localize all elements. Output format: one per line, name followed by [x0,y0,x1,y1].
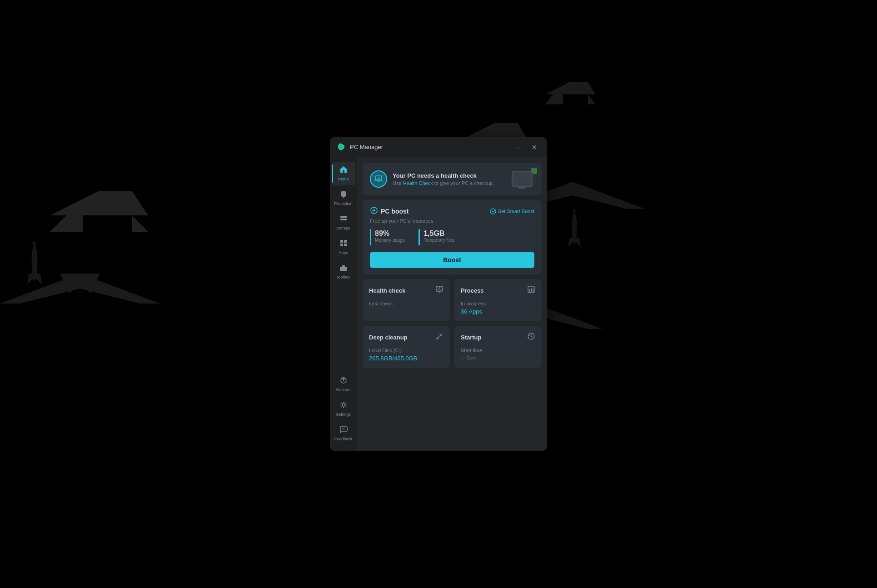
deep-cleanup-card-title: Deep cleanup [369,334,408,341]
deep-cleanup-card[interactable]: Deep cleanup Local Disk (C:) 265.8GB/465… [363,326,450,368]
deep-cleanup-value: 265.8GB/465.0GB [369,355,443,362]
svg-marker-4 [0,274,160,304]
temp-info: 1,5GB Temporary files [424,229,454,243]
svg-rect-34 [344,244,347,246]
startup-sub-label: Start time [461,348,535,353]
startup-card-icon [527,332,535,342]
title-bar: PC Manager — ✕ [330,137,547,157]
temp-stat: 1,5GB Temporary files [419,229,454,245]
memory-info: 89% Memory usage [375,229,405,243]
process-card-header: Process [461,285,535,295]
svg-point-38 [342,404,345,406]
svg-point-30 [345,219,346,220]
cards-grid: Health check Last check -- [363,279,542,368]
temp-value: 1,5GB [424,229,454,238]
svg-point-39 [342,429,343,429]
svg-point-29 [345,216,346,217]
memory-bar [370,229,371,245]
app-logo [336,143,345,152]
window-body: Home Protection [330,157,547,451]
startup-card[interactable]: Startup Start time -- Sec [454,326,542,368]
toolbox-icon [339,264,348,274]
sidebar-label-settings: Settings [336,413,351,417]
svg-marker-5 [60,274,80,294]
svg-marker-1 [95,191,103,207]
health-check-value: -- [369,308,443,315]
sidebar-item-home[interactable]: Home [332,162,355,185]
sidebar-item-feedback[interactable]: Feedback [332,422,355,445]
storage-icon [339,214,348,225]
boost-title: PC boost [381,208,409,215]
svg-rect-55 [531,288,532,292]
svg-point-23 [572,212,577,244]
health-check-sub-label: Last check [369,301,443,306]
sidebar-label-protection: Protection [334,202,353,206]
svg-point-40 [343,429,344,429]
sidebar-item-toolbox[interactable]: Toolbox [332,260,355,284]
health-check-link[interactable]: Health Check [403,180,433,186]
sidebar-item-storage[interactable]: Storage [332,211,355,234]
startup-card-header: Startup [461,332,535,342]
svg-marker-24 [572,209,577,212]
pc-boost-card: PC boost Set Smart Boost Free up your PC… [363,200,542,274]
svg-rect-49 [436,286,443,291]
process-sub-label: In progress [461,301,535,306]
svg-rect-32 [344,240,347,243]
sidebar-label-storage: Storage [336,226,351,231]
health-title: Your PC needs a health check [393,172,494,179]
svg-marker-8 [32,241,38,244]
sidebar-label-apps: Apps [339,251,348,255]
apps-icon [339,239,348,249]
deep-cleanup-sub-label: Local Disk (C:) [369,348,443,353]
temp-label: Temporary files [424,238,454,243]
svg-marker-13 [545,82,595,105]
svg-point-7 [32,244,38,281]
close-button[interactable]: ✕ [528,141,541,154]
sidebar-label-toolbox: Toolbox [336,275,350,280]
svg-rect-54 [529,289,530,292]
boost-header: PC boost Set Smart Boost [370,206,534,216]
health-description: Use Health Check to give your PC a check… [393,180,494,186]
sidebar-item-apps[interactable]: Apps [332,235,355,259]
svg-rect-56 [533,289,533,292]
deep-cleanup-card-header: Deep cleanup [369,332,443,342]
health-check-banner[interactable]: Your PC needs a health check Use Health … [363,163,542,195]
home-icon [339,165,348,176]
boost-button[interactable]: Boost [370,252,534,268]
svg-marker-2 [50,215,66,232]
startup-value: -- Sec [461,355,535,362]
svg-marker-14 [545,95,553,105]
sidebar-label-home: Home [338,177,349,182]
health-check-card[interactable]: Health check Last check -- [363,279,450,321]
minimize-button[interactable]: — [512,141,524,154]
health-text: Your PC needs a health check Use Health … [393,172,494,186]
sidebar: Home Protection [330,157,357,451]
temp-bar [419,229,420,245]
svg-marker-6 [80,274,100,294]
svg-marker-15 [588,95,596,105]
sidebar-label-feedback: Feedback [334,437,353,442]
process-value: 36 Apps [461,308,535,315]
sidebar-item-protection[interactable]: Protection [332,186,355,210]
process-card-title: Process [461,287,484,294]
process-card[interactable]: Process In progress 36 Apps [454,279,542,321]
main-window: PC Manager — ✕ Home [330,137,547,451]
sidebar-item-restore[interactable]: Restore [332,373,355,396]
svg-rect-31 [340,240,343,243]
sidebar-label-restore: Restore [336,388,351,393]
settings-icon [339,401,348,411]
window-controls: — ✕ [512,141,541,154]
deep-cleanup-card-icon [435,332,443,342]
restore-icon [339,376,348,387]
health-check-card-icon [435,285,443,295]
main-content: Your PC needs a health check Use Health … [357,157,547,451]
boost-subtitle: Free up your PC's resources [370,218,534,224]
shield-icon [339,190,348,200]
svg-marker-3 [132,215,148,232]
svg-rect-33 [340,244,343,246]
memory-label: Memory usage [375,238,405,243]
sidebar-item-settings[interactable]: Settings [332,397,355,421]
svg-point-47 [373,209,375,211]
smart-boost-button[interactable]: Set Smart Boost [490,208,534,214]
health-check-icon [370,170,387,188]
